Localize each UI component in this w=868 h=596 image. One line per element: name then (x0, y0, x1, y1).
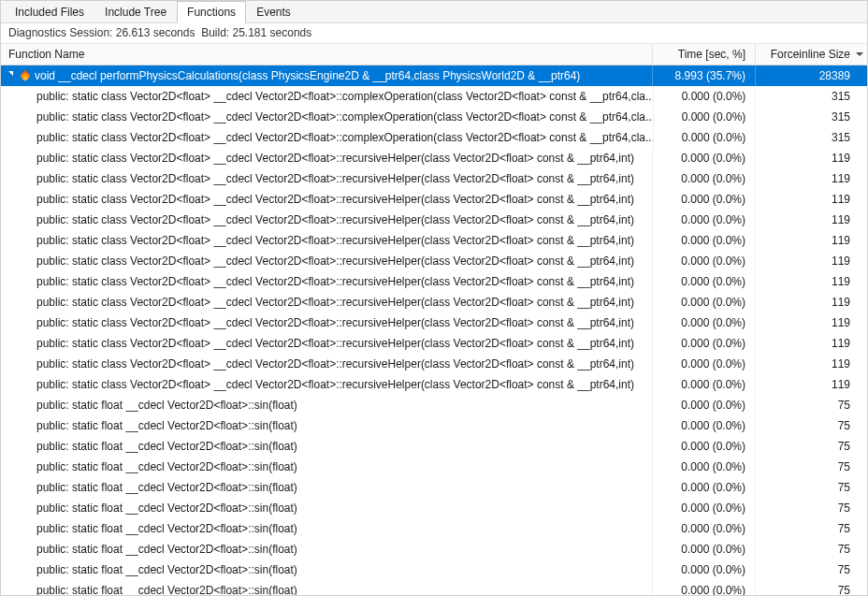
function-name-text: public: static float __cdecl Vector2D<fl… (36, 481, 297, 494)
cell-time: 0.000 (0.0%) (652, 415, 755, 436)
cell-function-name: public: static float __cdecl Vector2D<fl… (1, 543, 652, 556)
expander-icon[interactable] (8, 71, 18, 80)
cell-time: 0.000 (0.0%) (652, 292, 755, 313)
table-row[interactable]: public: static class Vector2D<float> __c… (1, 333, 867, 354)
table-row[interactable]: public: static class Vector2D<float> __c… (1, 127, 867, 148)
cell-time: 0.000 (0.0%) (652, 518, 755, 539)
cell-function-name: public: static class Vector2D<float> __c… (1, 131, 653, 144)
cell-function-name: public: static class Vector2D<float> __c… (1, 357, 652, 371)
function-name-text: public: static float __cdecl Vector2D<fl… (36, 543, 297, 556)
cell-size: 315 (755, 107, 867, 127)
column-header-row: Function Name Time [sec, %] Forceinline … (1, 44, 867, 65)
table-row[interactable]: public: static class Vector2D<float> __c… (1, 251, 867, 271)
table-row[interactable]: public: static class Vector2D<float> __c… (1, 271, 867, 292)
tab-label: Events (256, 6, 291, 19)
table-row[interactable]: public: static class Vector2D<float> __c… (1, 107, 867, 127)
table-row[interactable]: public: static float __cdecl Vector2D<fl… (1, 436, 867, 457)
cell-time: 0.000 (0.0%) (652, 477, 755, 498)
function-name-text: public: static float __cdecl Vector2D<fl… (36, 399, 297, 412)
function-name-text: public: static class Vector2D<float> __c… (36, 254, 634, 268)
cell-time: 0.000 (0.0%) (652, 333, 755, 354)
tab-included-files[interactable]: Included Files (5, 1, 94, 22)
cell-size: 75 (755, 457, 867, 477)
cell-function-name: public: static float __cdecl Vector2D<fl… (1, 460, 652, 473)
table-row[interactable]: public: static float __cdecl Vector2D<fl… (1, 477, 867, 498)
cell-function-name: public: static class Vector2D<float> __c… (1, 110, 653, 124)
column-header-time[interactable]: Time [sec, %] (652, 44, 755, 65)
function-name-text: public: static class Vector2D<float> __c… (36, 275, 634, 288)
table-row[interactable]: public: static float __cdecl Vector2D<fl… (1, 415, 867, 436)
cell-size: 119 (755, 374, 867, 395)
cell-function-name: public: static class Vector2D<float> __c… (1, 152, 652, 165)
column-header-size[interactable]: Forceinline Size (755, 44, 867, 65)
column-header-size-label: Forceinline Size (771, 48, 850, 61)
cell-time: 0.000 (0.0%) (652, 210, 755, 230)
flame-icon (20, 70, 31, 81)
cell-time: 0.000 (0.0%) (652, 560, 755, 580)
table-row[interactable]: public: static float __cdecl Vector2D<fl… (1, 560, 867, 580)
cell-time: 0.000 (0.0%) (652, 539, 755, 560)
table-row[interactable]: public: static class Vector2D<float> __c… (1, 292, 867, 313)
function-name-text: public: static class Vector2D<float> __c… (36, 213, 634, 226)
table-row[interactable]: public: static float __cdecl Vector2D<fl… (1, 518, 867, 539)
cell-size: 75 (755, 539, 867, 560)
cell-function-name: public: static class Vector2D<float> __c… (1, 90, 653, 103)
cell-size: 75 (755, 395, 867, 415)
table-row[interactable]: public: static float __cdecl Vector2D<fl… (1, 457, 867, 477)
function-name-text: public: static float __cdecl Vector2D<fl… (36, 584, 297, 595)
cell-size: 75 (755, 518, 867, 539)
cell-size: 75 (755, 560, 867, 580)
tab-events[interactable]: Events (246, 1, 301, 22)
cell-size: 119 (755, 313, 867, 333)
cell-function-name: public: static class Vector2D<float> __c… (1, 234, 652, 247)
cell-size: 119 (755, 354, 867, 374)
cell-function-name: public: static class Vector2D<float> __c… (1, 337, 652, 350)
cell-size: 75 (755, 415, 867, 436)
cell-time: 0.000 (0.0%) (652, 251, 755, 271)
cell-function-name: public: static float __cdecl Vector2D<fl… (1, 419, 652, 432)
cell-time: 0.000 (0.0%) (652, 271, 755, 292)
tab-include-tree[interactable]: Include Tree (94, 1, 177, 22)
table-row[interactable]: public: static class Vector2D<float> __c… (1, 313, 867, 333)
cell-function-name: public: static float __cdecl Vector2D<fl… (1, 563, 652, 576)
table-row[interactable]: public: static class Vector2D<float> __c… (1, 230, 867, 251)
cell-function-name: public: static class Vector2D<float> __c… (1, 213, 652, 226)
table-row[interactable]: public: static float __cdecl Vector2D<fl… (1, 498, 867, 518)
cell-size: 119 (755, 230, 867, 251)
cell-time: 0.000 (0.0%) (652, 230, 755, 251)
diag-label: Diagnostics Session: (8, 26, 112, 39)
function-name-text: public: static float __cdecl Vector2D<fl… (36, 419, 297, 432)
cell-time: 0.000 (0.0%) (652, 189, 755, 210)
table-row[interactable]: void __cdecl performPhysicsCalculations(… (1, 65, 867, 86)
cell-time: 0.000 (0.0%) (652, 168, 755, 189)
cell-size: 119 (755, 210, 867, 230)
function-name-text: void __cdecl performPhysicsCalculations(… (35, 69, 580, 82)
cell-function-name: public: static float __cdecl Vector2D<fl… (1, 502, 652, 515)
table-row[interactable]: public: static float __cdecl Vector2D<fl… (1, 395, 867, 415)
function-name-text: public: static class Vector2D<float> __c… (36, 152, 634, 165)
build-label: Build: (201, 26, 229, 39)
function-name-text: public: static class Vector2D<float> __c… (36, 193, 634, 206)
table-row[interactable]: public: static class Vector2D<float> __c… (1, 354, 867, 374)
table-row[interactable]: public: static class Vector2D<float> __c… (1, 374, 867, 395)
table-row[interactable]: public: static class Vector2D<float> __c… (1, 148, 867, 168)
column-header-name[interactable]: Function Name (1, 48, 652, 61)
function-name-text: public: static class Vector2D<float> __c… (36, 337, 634, 350)
table-row[interactable]: public: static class Vector2D<float> __c… (1, 189, 867, 210)
table-row[interactable]: public: static class Vector2D<float> __c… (1, 86, 867, 107)
tab-functions[interactable]: Functions (177, 1, 246, 23)
cell-function-name: public: static class Vector2D<float> __c… (1, 378, 652, 391)
tab-label: Functions (187, 6, 236, 19)
table-row[interactable]: public: static class Vector2D<float> __c… (1, 168, 867, 189)
table-row[interactable]: public: static class Vector2D<float> __c… (1, 210, 867, 230)
table-row[interactable]: public: static float __cdecl Vector2D<fl… (1, 539, 867, 560)
tab-bar: Included FilesInclude TreeFunctionsEvent… (1, 1, 867, 23)
cell-function-name: public: static float __cdecl Vector2D<fl… (1, 399, 652, 412)
function-rows: void __cdecl performPhysicsCalculations(… (1, 65, 867, 595)
column-header-name-label: Function Name (8, 48, 84, 61)
table-row[interactable]: public: static float __cdecl Vector2D<fl… (1, 580, 867, 595)
tab-label: Included Files (15, 6, 84, 19)
cell-time: 8.993 (35.7%) (652, 65, 755, 86)
cell-time: 0.000 (0.0%) (652, 457, 755, 477)
cell-function-name: public: static float __cdecl Vector2D<fl… (1, 440, 652, 453)
